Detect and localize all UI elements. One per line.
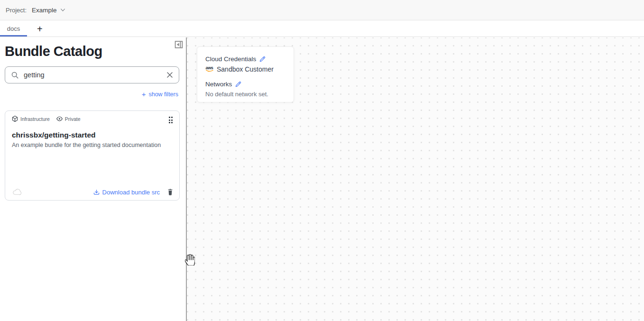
eye-icon: [56, 116, 63, 122]
download-icon: [93, 189, 100, 195]
project-name: Example: [32, 7, 57, 14]
app-window: Project: Example docs + Bundle Catalog: [0, 0, 644, 321]
clear-search-icon[interactable]: [166, 72, 173, 78]
bundle-catalog-panel: Bundle Catalog + sho: [0, 37, 187, 321]
tab-label: docs: [7, 25, 20, 32]
type-badge-label: Infrastructure: [20, 116, 50, 122]
bundle-description: An example bundle for the getting starte…: [12, 142, 173, 148]
tab-docs[interactable]: docs: [0, 21, 27, 37]
bundle-card[interactable]: Infrastructure Private: [5, 110, 180, 201]
credential-row: aws Sandbox Customer: [205, 65, 285, 73]
search-box: [5, 66, 179, 83]
project-defaults-card: Cloud Credentials aws Sandbox Customer: [197, 46, 294, 102]
badges-row: Infrastructure Private: [12, 116, 173, 122]
bundle-card-footer: Download bundle src: [12, 188, 174, 196]
download-bundle-link[interactable]: Download bundle src: [93, 189, 160, 196]
edit-credentials-pencil-icon[interactable]: [259, 56, 266, 62]
credential-name: Sandbox Customer: [217, 65, 274, 73]
cube-icon: [12, 116, 18, 122]
show-filters-link[interactable]: + show filters: [142, 91, 178, 98]
project-selector[interactable]: Example: [32, 7, 65, 14]
aws-logo-icon: aws: [205, 66, 213, 72]
cloud-icon: [12, 188, 21, 196]
search-input[interactable]: [24, 71, 162, 79]
visibility-badge: Private: [56, 116, 81, 122]
trash-icon[interactable]: [167, 189, 174, 196]
search-icon: [11, 71, 19, 79]
edit-networks-pencil-icon[interactable]: [235, 81, 241, 87]
filters-row: + show filters: [142, 91, 178, 98]
plus-icon: +: [142, 92, 146, 97]
networks-empty-text: No default network set.: [205, 91, 285, 98]
collapse-panel-icon[interactable]: [175, 40, 183, 50]
workspace-canvas[interactable]: Cloud Credentials aws Sandbox Customer: [187, 37, 644, 321]
page-title: Bundle Catalog: [5, 44, 102, 59]
tab-bar: docs +: [0, 21, 644, 37]
project-label: Project:: [6, 7, 27, 14]
chevron-down-icon: [60, 8, 65, 12]
networks-label: Networks: [205, 81, 232, 88]
bundle-name: chrissbx/getting-started: [12, 131, 173, 139]
download-label: Download bundle src: [102, 189, 160, 196]
top-bar: Project: Example: [0, 0, 644, 20]
add-tab-button[interactable]: +: [35, 24, 45, 34]
cloud-credentials-label: Cloud Credentials: [205, 55, 256, 63]
cloud-credentials-section: Cloud Credentials: [205, 55, 285, 63]
main-area: Bundle Catalog + sho: [0, 37, 644, 321]
show-filters-label: show filters: [148, 91, 178, 98]
drag-handle-icon[interactable]: [168, 116, 174, 124]
type-badge: Infrastructure: [12, 116, 50, 122]
networks-section: Networks: [205, 81, 285, 88]
visibility-badge-label: Private: [65, 116, 81, 122]
